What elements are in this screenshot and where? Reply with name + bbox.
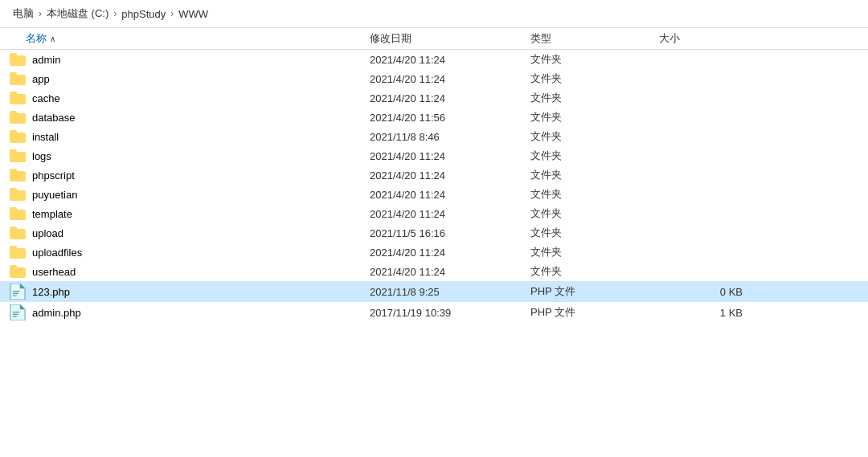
breadcrumb-separator-3: › — [170, 8, 174, 19]
file-name-cell: admin — [0, 53, 370, 66]
file-name: logs — [32, 150, 51, 162]
svg-rect-2 — [13, 291, 20, 292]
file-date: 2021/4/20 11:24 — [370, 208, 530, 220]
folder-icon — [10, 265, 26, 278]
file-name-cell: admin.php — [0, 304, 370, 320]
breadcrumb-item-c[interactable]: 本地磁盘 (C:) — [47, 6, 108, 21]
file-name-cell: app — [0, 72, 370, 85]
svg-rect-7 — [13, 312, 20, 312]
file-explorer: 名称 ∧ 修改日期 类型 大小 admin 2021/4/20 11:24 文件… — [0, 28, 868, 323]
file-type: 文件夹 — [530, 206, 659, 221]
php-file-icon — [10, 284, 26, 300]
file-date: 2021/4/20 11:24 — [370, 189, 530, 201]
table-row[interactable]: upload 2021/11/5 16:16 文件夹 — [0, 223, 868, 243]
col-header-type[interactable]: 类型 — [530, 31, 659, 46]
table-row[interactable]: logs 2021/4/20 11:24 文件夹 — [0, 146, 868, 165]
folder-icon — [10, 188, 26, 201]
table-row[interactable]: template 2021/4/20 11:24 文件夹 — [0, 204, 868, 223]
file-type: 文件夹 — [530, 245, 659, 259]
table-row[interactable]: admin.php 2017/11/19 10:39 PHP 文件 1 KB — [0, 302, 868, 323]
file-type: 文件夹 — [530, 187, 659, 202]
file-type: PHP 文件 — [530, 284, 659, 299]
table-row[interactable]: puyuetian 2021/4/20 11:24 文件夹 — [0, 185, 868, 204]
svg-rect-8 — [13, 314, 18, 315]
table-row[interactable]: app 2021/4/20 11:24 文件夹 — [0, 69, 868, 88]
file-date: 2021/11/5 16:16 — [370, 227, 530, 239]
table-row[interactable]: userhead 2021/4/20 11:24 文件夹 — [0, 262, 868, 281]
file-date: 2021/4/20 11:24 — [370, 169, 530, 182]
file-date: 2021/4/20 11:24 — [370, 54, 530, 66]
file-name: install — [32, 131, 59, 143]
col-header-date[interactable]: 修改日期 — [370, 31, 530, 46]
file-date: 2017/11/19 10:39 — [370, 307, 530, 319]
file-name: template — [32, 208, 72, 220]
col-header-size[interactable]: 大小 — [659, 31, 755, 46]
file-name: app — [32, 73, 50, 85]
folder-icon — [10, 92, 26, 104]
file-type: 文件夹 — [530, 264, 659, 279]
file-size: 0 KB — [659, 286, 755, 298]
file-name-cell: 123.php — [0, 284, 370, 300]
file-name-cell: uploadfiles — [0, 246, 370, 259]
svg-rect-9 — [13, 316, 17, 317]
file-date: 2021/4/20 11:24 — [370, 73, 530, 85]
file-type: 文件夹 — [530, 71, 659, 86]
breadcrumb-item-www[interactable]: WWW — [178, 8, 208, 20]
table-row[interactable]: cache 2021/4/20 11:24 文件夹 — [0, 88, 868, 108]
col-header-name[interactable]: 名称 ∧ — [0, 31, 370, 46]
file-date: 2021/4/20 11:24 — [370, 266, 530, 278]
svg-rect-3 — [13, 293, 18, 294]
file-type: 文件夹 — [530, 52, 659, 67]
file-type: 文件夹 — [530, 149, 659, 163]
file-name: database — [32, 112, 76, 124]
file-name: userhead — [32, 266, 76, 278]
file-type: PHP 文件 — [530, 305, 659, 320]
folder-icon — [10, 53, 26, 66]
file-type: 文件夹 — [530, 226, 659, 240]
file-date: 2021/4/20 11:24 — [370, 150, 530, 162]
php-file-icon — [10, 304, 26, 320]
breadcrumb-separator-2: › — [113, 8, 117, 19]
file-date: 2021/4/20 11:56 — [370, 112, 530, 124]
file-name-cell: puyuetian — [0, 188, 370, 201]
file-name-cell: logs — [0, 149, 370, 162]
file-name-cell: database — [0, 111, 370, 124]
file-name-cell: install — [0, 130, 370, 143]
folder-icon — [10, 207, 26, 220]
folder-icon — [10, 130, 26, 143]
folder-icon — [10, 169, 26, 182]
file-type: 文件夹 — [530, 168, 659, 182]
file-name: uploadfiles — [32, 247, 82, 259]
table-row[interactable]: admin 2021/4/20 11:24 文件夹 — [0, 50, 868, 69]
file-name-cell: cache — [0, 92, 370, 104]
file-name: puyuetian — [32, 189, 77, 201]
file-date: 2021/4/20 11:24 — [370, 92, 530, 104]
file-date: 2021/4/20 11:24 — [370, 247, 530, 259]
breadcrumb-bar: 电脑 › 本地磁盘 (C:) › phpStudy › WWW — [0, 0, 868, 28]
sort-arrow-icon: ∧ — [50, 35, 55, 43]
folder-icon — [10, 72, 26, 85]
file-name-cell: template — [0, 207, 370, 220]
breadcrumb-item-phpstudy[interactable]: phpStudy — [121, 8, 166, 20]
svg-rect-4 — [13, 296, 17, 296]
file-date: 2021/11/8 8:46 — [370, 131, 530, 143]
file-name: 123.php — [32, 286, 70, 298]
table-row[interactable]: database 2021/4/20 11:56 文件夹 — [0, 108, 868, 127]
table-row[interactable]: 123.php 2021/11/8 9:25 PHP 文件 0 KB — [0, 281, 868, 302]
table-row[interactable]: uploadfiles 2021/4/20 11:24 文件夹 — [0, 243, 868, 262]
file-name-cell: userhead — [0, 265, 370, 278]
table-row[interactable]: phpscript 2021/4/20 11:24 文件夹 — [0, 165, 868, 185]
column-headers: 名称 ∧ 修改日期 类型 大小 — [0, 28, 868, 50]
folder-icon — [10, 226, 26, 239]
file-type: 文件夹 — [530, 129, 659, 144]
breadcrumb-item-pc[interactable]: 电脑 — [13, 6, 34, 21]
file-name: upload — [32, 227, 63, 239]
table-row[interactable]: install 2021/11/8 8:46 文件夹 — [0, 127, 868, 146]
file-name: admin — [32, 54, 60, 66]
file-name-cell: upload — [0, 226, 370, 239]
file-name: admin.php — [32, 307, 81, 319]
folder-icon — [10, 149, 26, 162]
folder-icon — [10, 111, 26, 124]
file-list: admin 2021/4/20 11:24 文件夹 app 2021/4/20 … — [0, 50, 868, 323]
file-type: 文件夹 — [530, 110, 659, 124]
